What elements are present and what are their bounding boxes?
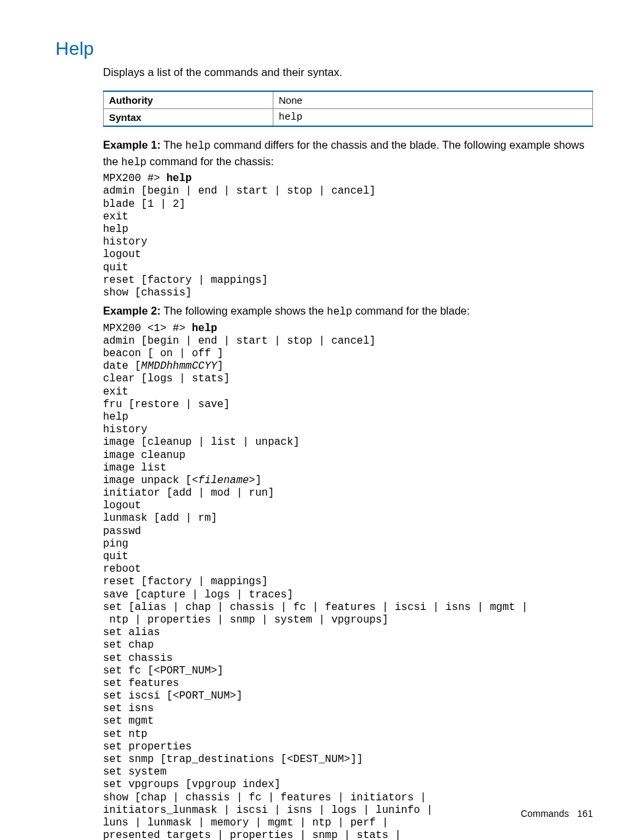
example-1-text: Example 1: The help command differs for … [103, 137, 593, 170]
example-label: Example 1: [103, 139, 160, 151]
example-label: Example 2: [103, 305, 160, 317]
intro-paragraph: Displays a list of the commands and thei… [103, 66, 593, 79]
footer-section: Commands [521, 808, 569, 819]
info-table: AuthorityNoneSyntaxhelp [103, 91, 593, 127]
example-1-code: MPX200 #> help admin [begin | end | star… [103, 172, 593, 299]
table-value: help [273, 109, 593, 127]
example-2-code: MPX200 <1> #> help admin [begin | end | … [103, 323, 593, 840]
footer-page-number: 161 [577, 808, 593, 819]
example-2-text: Example 2: The following example shows t… [103, 303, 593, 320]
page-footer: Commands 161 [521, 808, 593, 819]
table-row: AuthorityNone [104, 91, 593, 109]
table-row: Syntaxhelp [104, 109, 593, 127]
table-value: None [273, 91, 593, 109]
section-heading: Help [55, 38, 593, 59]
table-label: Authority [104, 91, 273, 109]
table-label: Syntax [104, 109, 273, 127]
